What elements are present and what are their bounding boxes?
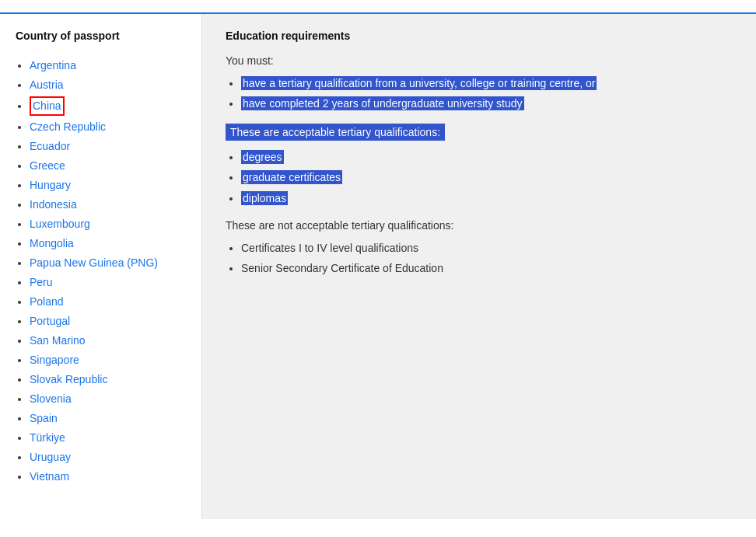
list-item: Argentina [30, 58, 186, 74]
acceptable-item-degrees: degrees [241, 148, 733, 166]
list-item: Slovenia [30, 391, 186, 407]
country-link-mongolia[interactable]: Mongolia [30, 237, 74, 249]
acceptable-item-graduate-certificates: graduate certificates [241, 169, 733, 186]
list-item: Singapore [30, 352, 186, 368]
requirement-item-2: have completed 2 years of undergraduate … [241, 95, 733, 112]
country-link-indonesia[interactable]: Indonesia [30, 198, 77, 211]
country-link-portugal[interactable]: Portugal [30, 315, 70, 327]
country-link-slovak-republic[interactable]: Slovak Republic [30, 373, 107, 385]
you-must-text: You must: [226, 54, 733, 67]
acceptable-section-label: These are acceptable tertiary qualificat… [226, 124, 733, 148]
diplomas-text: diplomas [241, 191, 288, 205]
requirement-item-1: have a tertiary qualification from a uni… [241, 75, 733, 92]
list-item: Czech Republic [30, 119, 186, 135]
left-column: Country of passport Argentina Austria Ch… [0, 14, 202, 519]
country-link-spain[interactable]: Spain [30, 412, 58, 424]
page-container: Country of passport Argentina Austria Ch… [0, 0, 756, 519]
country-link-china[interactable]: China [30, 96, 65, 116]
list-item: Hungary [30, 177, 186, 194]
list-item: Vietnam [30, 469, 186, 485]
list-item: Türkiye [30, 430, 186, 446]
list-item: China [30, 96, 186, 116]
list-item: Greece [30, 158, 186, 174]
requirement-text-2: have completed 2 years of undergraduate … [241, 96, 524, 110]
country-link-greece[interactable]: Greece [30, 159, 65, 172]
country-list: Argentina Austria China Czech Republic E… [16, 58, 186, 485]
left-column-heading: Country of passport [16, 30, 186, 45]
acceptable-list: degrees graduate certificates diplomas [226, 148, 733, 207]
degrees-text: degrees [241, 150, 284, 164]
list-item: Uruguay [30, 449, 186, 466]
list-item: Austria [30, 77, 186, 93]
list-item: Portugal [30, 313, 186, 330]
list-item: Luxembourg [30, 216, 186, 232]
country-link-argentina[interactable]: Argentina [30, 59, 76, 71]
not-acceptable-list: Certificates I to IV level qualification… [226, 239, 733, 277]
right-column-heading: Education requirements [226, 30, 733, 42]
country-link-san-marino[interactable]: San Marino [30, 334, 86, 347]
list-item: Peru [30, 274, 186, 291]
country-link-uruguay[interactable]: Uruguay [30, 451, 71, 463]
acceptable-item-diplomas: diplomas [241, 190, 733, 207]
graduate-certificates-text: graduate certificates [241, 170, 342, 184]
list-item: Poland [30, 294, 186, 310]
country-link-poland[interactable]: Poland [30, 295, 64, 308]
country-link-austria[interactable]: Austria [30, 78, 64, 91]
list-item: San Marino [30, 333, 186, 349]
country-link-czech-republic[interactable]: Czech Republic [30, 120, 106, 133]
main-layout: Country of passport Argentina Austria Ch… [0, 14, 756, 519]
country-link-ecuador[interactable]: Ecuador [30, 140, 70, 152]
list-item: Indonesia [30, 197, 186, 213]
not-acceptable-item-1: Certificates I to IV level qualification… [241, 239, 733, 256]
top-bar [0, 0, 756, 14]
not-acceptable-text-1: Certificates I to IV level qualification… [241, 242, 418, 254]
country-link-png[interactable]: Papua New Guinea (PNG) [30, 256, 158, 269]
country-link-slovenia[interactable]: Slovenia [30, 392, 72, 405]
not-acceptable-label: These are not acceptable tertiary qualif… [226, 219, 733, 232]
list-item: Papua New Guinea (PNG) [30, 255, 186, 271]
list-item: Spain [30, 410, 186, 427]
requirement-text-1: have a tertiary qualification from a uni… [241, 76, 597, 90]
right-column: Education requirements You must: have a … [202, 14, 756, 519]
country-link-hungary[interactable]: Hungary [30, 179, 71, 191]
acceptable-heading: These are acceptable tertiary qualificat… [226, 124, 445, 141]
not-acceptable-item-2: Senior Secondary Certificate of Educatio… [241, 260, 733, 277]
country-link-singapore[interactable]: Singapore [30, 354, 79, 366]
list-item: Slovak Republic [30, 371, 186, 388]
country-link-peru[interactable]: Peru [30, 276, 53, 288]
country-link-turkiye[interactable]: Türkiye [30, 431, 65, 444]
not-acceptable-text-2: Senior Secondary Certificate of Educatio… [241, 262, 443, 274]
country-link-luxembourg[interactable]: Luxembourg [30, 218, 90, 230]
list-item: Mongolia [30, 235, 186, 252]
requirements-list: have a tertiary qualification from a uni… [226, 75, 733, 113]
country-link-vietnam[interactable]: Vietnam [30, 470, 69, 483]
list-item: Ecuador [30, 138, 186, 155]
